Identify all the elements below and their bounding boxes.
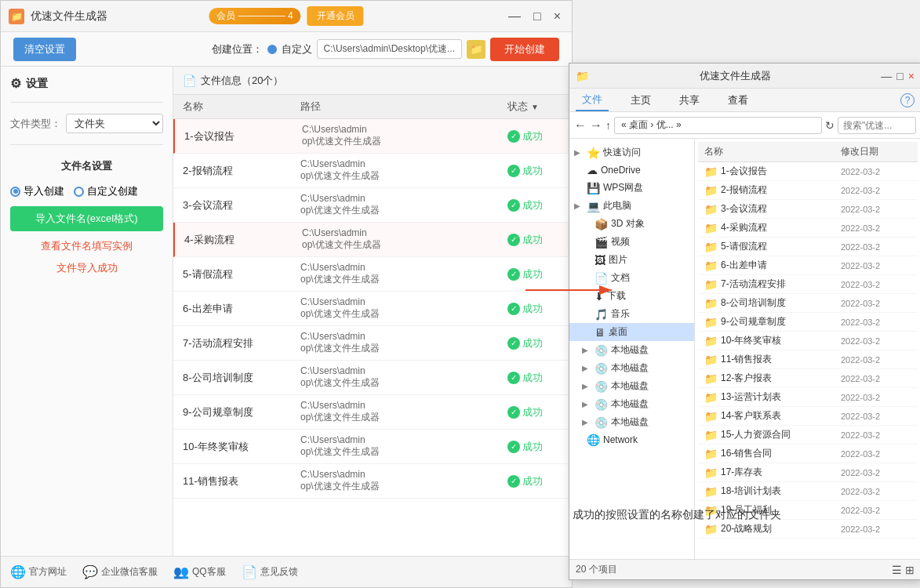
bottom-icon: 🌐 xyxy=(10,564,26,579)
bottom-bar-item[interactable]: 👥 QQ客服 xyxy=(173,564,226,579)
import-filename-button[interactable]: 导入文件名(excel格式) xyxy=(10,206,163,231)
exp-file-name: 12-客户报表 xyxy=(721,372,838,385)
exp-file-row[interactable]: 📁 1-会议报告 2022-03-2 xyxy=(698,162,918,181)
tree-folder-icon: 💿 xyxy=(595,416,608,429)
file-status-cell: ✓ 成功 xyxy=(507,164,562,178)
close-button[interactable]: × xyxy=(551,9,564,24)
explorer-nav-bar: ← → ↑ ↻ xyxy=(569,112,920,139)
exp-file-row[interactable]: 📁 3-会议流程 2022-03-2 xyxy=(698,200,918,219)
table-row[interactable]: 10-年终奖审核 C:\Users\adminop\优速文件生成器 ✓ 成功 xyxy=(173,430,572,464)
tree-item-视频[interactable]: 🎬 视频 xyxy=(569,233,694,251)
exp-file-row[interactable]: 📁 20-战略规划 2022-03-2 xyxy=(698,520,918,539)
exp-file-row[interactable]: 📁 9-公司规章制度 2022-03-2 xyxy=(698,313,918,332)
exp-file-row[interactable]: 📁 14-客户联系表 2022-03-2 xyxy=(698,407,918,426)
file-path-cell: C:\Users\adminop\优速文件生成器 xyxy=(300,193,507,217)
table-row[interactable]: 9-公司规章制度 C:\Users\adminop\优速文件生成器 ✓ 成功 xyxy=(173,395,572,430)
exp-file-row[interactable]: 📁 18-培训计划表 2022-03-2 xyxy=(698,482,918,501)
tree-item-图片[interactable]: 🖼 图片 xyxy=(569,251,694,269)
exp-file-row[interactable]: 📁 13-运营计划表 2022-03-2 xyxy=(698,388,918,407)
explorer-tab-主页[interactable]: 主页 xyxy=(624,90,657,111)
explorer-minimize-button[interactable]: — xyxy=(881,70,892,82)
tree-item-桌面[interactable]: 🖥 桌面 xyxy=(569,323,694,341)
table-row[interactable]: 2-报销流程 C:\Users\adminop\优速文件生成器 ✓ 成功 xyxy=(173,154,572,188)
example-link[interactable]: 查看文件名填写实例 xyxy=(10,239,163,253)
table-row[interactable]: 8-公司培训制度 C:\Users\adminop\优速文件生成器 ✓ 成功 xyxy=(173,361,572,395)
forward-button[interactable]: → xyxy=(590,118,602,132)
tree-item-本地磁盘[interactable]: ▶ 💿 本地磁盘 xyxy=(569,395,694,413)
folder-browse-button[interactable]: 📁 xyxy=(467,40,485,59)
file-status-cell: ✓ 成功 xyxy=(507,129,562,143)
bottom-bar-item[interactable]: 💬 企业微信客服 xyxy=(82,564,158,579)
refresh-button[interactable]: ↻ xyxy=(825,119,835,132)
tree-item-音乐[interactable]: 🎵 音乐 xyxy=(569,305,694,323)
tree-folder-icon: 💿 xyxy=(595,380,608,393)
exp-file-row[interactable]: 📁 15-人力资源合同 2022-03-2 xyxy=(698,426,918,445)
grid-view-button[interactable]: ⊞ xyxy=(905,564,915,576)
file-name-cell: 11-销售报表 xyxy=(183,474,300,488)
up-button[interactable]: ↑ xyxy=(605,119,611,132)
exp-file-name: 8-公司培训制度 xyxy=(721,296,838,310)
exp-file-row[interactable]: 📁 17-库存表 2022-03-2 xyxy=(698,463,918,482)
clear-settings-button[interactable]: 清空设置 xyxy=(13,38,76,61)
bottom-bar-item[interactable]: 📄 意见反馈 xyxy=(242,564,298,579)
tree-item-本地磁盘[interactable]: ▶ 💿 本地磁盘 xyxy=(569,413,694,431)
back-button[interactable]: ← xyxy=(574,118,587,132)
open-vip-button[interactable]: 开通会员 xyxy=(307,6,364,26)
path-box[interactable]: C:\Users\admin\Desktop\优速... xyxy=(317,39,462,59)
tree-item-本地磁盘[interactable]: ▶ 💿 本地磁盘 xyxy=(569,359,694,377)
custom-radio-dot[interactable] xyxy=(267,45,277,54)
explorer-close-button[interactable]: × xyxy=(908,70,915,82)
address-bar[interactable] xyxy=(614,117,822,134)
tree-item-label: 3D 对象 xyxy=(611,217,645,230)
list-view-button[interactable]: ☰ xyxy=(892,564,902,576)
exp-file-row[interactable]: 📁 2-报销流程 2022-03-2 xyxy=(698,181,918,200)
tree-item-WPS网盘[interactable]: 💾 WPS网盘 xyxy=(569,179,694,197)
explorer-tab-文件[interactable]: 文件 xyxy=(576,89,609,111)
tree-item-文档[interactable]: 📄 文档 xyxy=(569,269,694,287)
explorer-help-button[interactable]: ? xyxy=(900,93,915,107)
tree-item-下载[interactable]: ⬇ 下载 xyxy=(569,287,694,305)
exp-file-row[interactable]: 📁 5-请假流程 2022-03-2 xyxy=(698,238,918,256)
exp-file-name: 1-会议报告 xyxy=(721,165,838,178)
tree-item-此电脑[interactable]: ▶ 💻 此电脑 xyxy=(569,197,694,215)
exp-file-row[interactable]: 📁 4-采购流程 2022-03-2 xyxy=(698,219,918,238)
tree-item-快速访问[interactable]: ▶ ⭐ 快速访问 xyxy=(569,143,694,162)
exp-file-row[interactable]: 📁 6-出差申请 2022-03-2 xyxy=(698,256,918,275)
tree-item-label: 快速访问 xyxy=(603,146,641,159)
tree-item-本地磁盘[interactable]: ▶ 💿 本地磁盘 xyxy=(569,377,694,395)
table-row[interactable]: 6-出差申请 C:\Users\adminop\优速文件生成器 ✓ 成功 xyxy=(173,292,572,326)
vip-badge: 会员 ————— 4 xyxy=(209,8,300,24)
table-row[interactable]: 11-销售报表 C:\Users\adminop\优速文件生成器 ✓ 成功 xyxy=(173,464,572,499)
tree-item-OneDrive[interactable]: ☁ OneDrive xyxy=(569,162,694,179)
col-path-header: 路径 xyxy=(300,100,507,114)
table-row[interactable]: 4-采购流程 C:\Users\adminop\优速文件生成器 ✓ 成功 xyxy=(173,223,572,257)
custom-create-radio[interactable]: 自定义创建 xyxy=(74,184,138,198)
check-icon: ✓ xyxy=(507,303,520,315)
exp-file-row[interactable]: 📁 10-年终奖审核 2022-03-2 xyxy=(698,332,918,350)
tree-item-label: 文档 xyxy=(611,271,630,285)
file-type-select[interactable]: 文件夹 xyxy=(66,114,163,133)
tree-item-Network[interactable]: 🌐 Network xyxy=(569,431,694,448)
exp-file-name: 3-会议流程 xyxy=(721,202,838,216)
table-row[interactable]: 3-会议流程 C:\Users\adminop\优速文件生成器 ✓ 成功 xyxy=(173,188,572,223)
exp-file-row[interactable]: 📁 16-销售合同 2022-03-2 xyxy=(698,445,918,463)
table-row[interactable]: 5-请假流程 C:\Users\adminop\优速文件生成器 ✓ 成功 xyxy=(173,257,572,292)
explorer-tab-查看[interactable]: 查看 xyxy=(722,90,755,111)
import-create-radio[interactable]: 导入创建 xyxy=(10,184,64,198)
exp-file-row[interactable]: 📁 11-销售报表 2022-03-2 xyxy=(698,350,918,369)
exp-file-row[interactable]: 📁 7-活动流程安排 2022-03-2 xyxy=(698,275,918,294)
file-path-cell: C:\Users\adminop\优速文件生成器 xyxy=(300,400,507,424)
maximize-button[interactable]: □ xyxy=(530,9,544,24)
explorer-tab-共享[interactable]: 共享 xyxy=(673,90,706,111)
tree-item-3D-对象[interactable]: 📦 3D 对象 xyxy=(569,215,694,233)
start-create-button[interactable]: 开始创建 xyxy=(490,38,559,61)
minimize-button[interactable]: — xyxy=(505,9,524,24)
table-row[interactable]: 7-活动流程安排 C:\Users\adminop\优速文件生成器 ✓ 成功 xyxy=(173,326,572,361)
exp-file-row[interactable]: 📁 8-公司培训制度 2022-03-2 xyxy=(698,294,918,313)
bottom-bar-item[interactable]: 🌐 官方网址 xyxy=(10,564,67,579)
explorer-maximize-button[interactable]: □ xyxy=(896,70,903,82)
table-row[interactable]: 1-会议报告 C:\Users\adminop\优速文件生成器 ✓ 成功 xyxy=(173,119,572,154)
exp-file-row[interactable]: 📁 12-客户报表 2022-03-2 xyxy=(698,369,918,388)
tree-item-本地磁盘[interactable]: ▶ 💿 本地磁盘 xyxy=(569,341,694,359)
search-input[interactable] xyxy=(838,117,916,134)
